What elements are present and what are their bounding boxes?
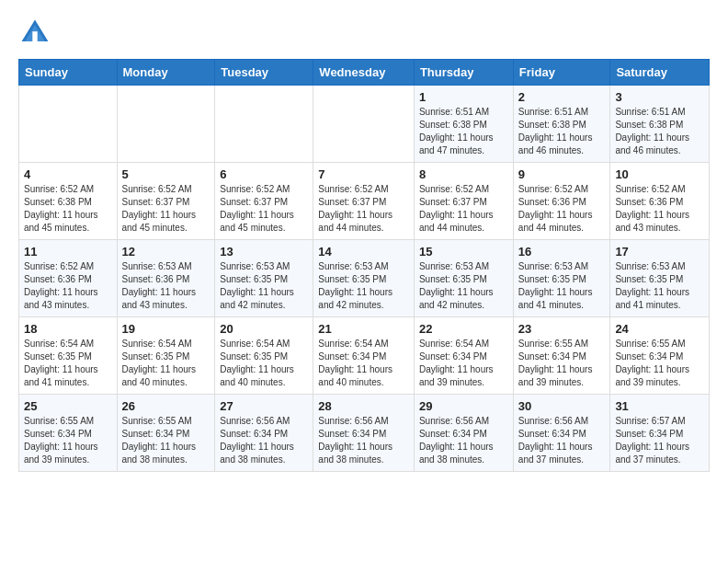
day-info: Sunrise: 6:55 AM Sunset: 6:34 PM Dayligh…	[518, 338, 606, 389]
day-info: Sunrise: 6:54 AM Sunset: 6:35 PM Dayligh…	[122, 338, 210, 389]
day-header-tuesday: Tuesday	[215, 60, 313, 86]
day-number: 28	[318, 399, 409, 413]
day-number: 25	[24, 399, 112, 413]
day-cell-29: 29Sunrise: 6:56 AM Sunset: 6:34 PM Dayli…	[414, 395, 513, 472]
day-info: Sunrise: 6:56 AM Sunset: 6:34 PM Dayligh…	[419, 415, 508, 466]
day-cell-19: 19Sunrise: 6:54 AM Sunset: 6:35 PM Dayli…	[117, 317, 215, 395]
day-number: 7	[318, 167, 409, 181]
day-header-monday: Monday	[117, 60, 215, 86]
day-cell-31: 31Sunrise: 6:57 AM Sunset: 6:34 PM Dayli…	[610, 395, 710, 472]
calendar-week-5: 25Sunrise: 6:55 AM Sunset: 6:34 PM Dayli…	[19, 395, 710, 472]
day-cell-26: 26Sunrise: 6:55 AM Sunset: 6:34 PM Dayli…	[117, 395, 215, 472]
day-info: Sunrise: 6:54 AM Sunset: 6:35 PM Dayligh…	[24, 338, 112, 389]
calendar-header-row: SundayMondayTuesdayWednesdayThursdayFrid…	[19, 60, 710, 86]
day-number: 2	[518, 90, 606, 104]
day-info: Sunrise: 6:52 AM Sunset: 6:37 PM Dayligh…	[419, 183, 508, 235]
day-number: 1	[419, 90, 508, 104]
day-cell-14: 14Sunrise: 6:53 AM Sunset: 6:35 PM Dayli…	[313, 240, 415, 317]
day-info: Sunrise: 6:55 AM Sunset: 6:34 PM Dayligh…	[24, 415, 112, 466]
day-cell-1: 1Sunrise: 6:51 AM Sunset: 6:38 PM Daylig…	[414, 86, 513, 163]
calendar-week-4: 18Sunrise: 6:54 AM Sunset: 6:35 PM Dayli…	[19, 317, 710, 395]
day-number: 15	[419, 245, 508, 259]
day-cell-13: 13Sunrise: 6:53 AM Sunset: 6:35 PM Dayli…	[215, 240, 313, 317]
day-info: Sunrise: 6:55 AM Sunset: 6:34 PM Dayligh…	[122, 415, 210, 466]
day-cell-28: 28Sunrise: 6:56 AM Sunset: 6:34 PM Dayli…	[313, 395, 415, 472]
day-number: 19	[122, 322, 210, 336]
day-number: 4	[24, 167, 112, 181]
day-cell-8: 8Sunrise: 6:52 AM Sunset: 6:37 PM Daylig…	[414, 163, 513, 240]
day-number: 24	[615, 322, 704, 336]
day-cell-30: 30Sunrise: 6:56 AM Sunset: 6:34 PM Dayli…	[513, 395, 610, 472]
day-number: 14	[318, 245, 409, 259]
day-info: Sunrise: 6:52 AM Sunset: 6:36 PM Dayligh…	[518, 183, 606, 235]
day-cell-18: 18Sunrise: 6:54 AM Sunset: 6:35 PM Dayli…	[19, 317, 118, 395]
day-number: 17	[615, 245, 704, 259]
day-number: 6	[220, 167, 308, 181]
logo-icon	[18, 17, 51, 50]
svg-rect-2	[32, 31, 37, 41]
day-cell-7: 7Sunrise: 6:52 AM Sunset: 6:37 PM Daylig…	[313, 163, 415, 240]
day-number: 27	[220, 399, 308, 413]
day-info: Sunrise: 6:51 AM Sunset: 6:38 PM Dayligh…	[615, 106, 704, 157]
day-info: Sunrise: 6:53 AM Sunset: 6:35 PM Dayligh…	[318, 260, 409, 312]
day-number: 5	[122, 167, 210, 181]
day-number: 21	[318, 322, 409, 336]
day-number: 12	[122, 245, 210, 259]
day-info: Sunrise: 6:51 AM Sunset: 6:38 PM Dayligh…	[419, 106, 508, 157]
empty-cell	[215, 86, 313, 163]
day-number: 22	[419, 322, 508, 336]
day-cell-21: 21Sunrise: 6:54 AM Sunset: 6:34 PM Dayli…	[313, 317, 415, 395]
day-info: Sunrise: 6:55 AM Sunset: 6:34 PM Dayligh…	[615, 338, 704, 389]
day-cell-12: 12Sunrise: 6:53 AM Sunset: 6:36 PM Dayli…	[117, 240, 215, 317]
day-info: Sunrise: 6:52 AM Sunset: 6:38 PM Dayligh…	[24, 183, 112, 235]
day-number: 3	[615, 90, 704, 104]
calendar-week-2: 4Sunrise: 6:52 AM Sunset: 6:38 PM Daylig…	[19, 163, 710, 240]
day-info: Sunrise: 6:56 AM Sunset: 6:34 PM Dayligh…	[220, 415, 308, 466]
day-info: Sunrise: 6:52 AM Sunset: 6:36 PM Dayligh…	[24, 260, 112, 312]
day-number: 16	[518, 245, 606, 259]
day-number: 31	[615, 399, 704, 413]
day-cell-4: 4Sunrise: 6:52 AM Sunset: 6:38 PM Daylig…	[19, 163, 118, 240]
header	[18, 17, 710, 50]
day-cell-15: 15Sunrise: 6:53 AM Sunset: 6:35 PM Dayli…	[414, 240, 513, 317]
calendar-week-3: 11Sunrise: 6:52 AM Sunset: 6:36 PM Dayli…	[19, 240, 710, 317]
day-info: Sunrise: 6:52 AM Sunset: 6:37 PM Dayligh…	[220, 183, 308, 235]
day-info: Sunrise: 6:52 AM Sunset: 6:36 PM Dayligh…	[615, 183, 704, 235]
day-info: Sunrise: 6:54 AM Sunset: 6:34 PM Dayligh…	[318, 338, 409, 389]
day-number: 20	[220, 322, 308, 336]
logo	[18, 17, 57, 50]
day-cell-16: 16Sunrise: 6:53 AM Sunset: 6:35 PM Dayli…	[513, 240, 610, 317]
day-info: Sunrise: 6:53 AM Sunset: 6:36 PM Dayligh…	[122, 260, 210, 312]
day-cell-25: 25Sunrise: 6:55 AM Sunset: 6:34 PM Dayli…	[19, 395, 118, 472]
day-cell-24: 24Sunrise: 6:55 AM Sunset: 6:34 PM Dayli…	[610, 317, 710, 395]
day-number: 10	[615, 167, 704, 181]
day-info: Sunrise: 6:51 AM Sunset: 6:38 PM Dayligh…	[518, 106, 606, 157]
day-header-friday: Friday	[513, 60, 610, 86]
calendar-week-1: 1Sunrise: 6:51 AM Sunset: 6:38 PM Daylig…	[19, 86, 710, 163]
day-number: 11	[24, 245, 112, 259]
day-cell-9: 9Sunrise: 6:52 AM Sunset: 6:36 PM Daylig…	[513, 163, 610, 240]
day-info: Sunrise: 6:53 AM Sunset: 6:35 PM Dayligh…	[615, 260, 704, 312]
day-info: Sunrise: 6:54 AM Sunset: 6:34 PM Dayligh…	[419, 338, 508, 389]
day-info: Sunrise: 6:56 AM Sunset: 6:34 PM Dayligh…	[318, 415, 409, 466]
day-header-thursday: Thursday	[414, 60, 513, 86]
day-number: 18	[24, 322, 112, 336]
page: SundayMondayTuesdayWednesdayThursdayFrid…	[0, 0, 728, 488]
empty-cell	[19, 86, 118, 163]
day-number: 23	[518, 322, 606, 336]
day-cell-10: 10Sunrise: 6:52 AM Sunset: 6:36 PM Dayli…	[610, 163, 710, 240]
day-info: Sunrise: 6:57 AM Sunset: 6:34 PM Dayligh…	[615, 415, 704, 466]
day-info: Sunrise: 6:53 AM Sunset: 6:35 PM Dayligh…	[518, 260, 606, 312]
day-number: 29	[419, 399, 508, 413]
day-header-saturday: Saturday	[610, 60, 710, 86]
day-cell-27: 27Sunrise: 6:56 AM Sunset: 6:34 PM Dayli…	[215, 395, 313, 472]
empty-cell	[313, 86, 415, 163]
day-cell-5: 5Sunrise: 6:52 AM Sunset: 6:37 PM Daylig…	[117, 163, 215, 240]
day-info: Sunrise: 6:53 AM Sunset: 6:35 PM Dayligh…	[419, 260, 508, 312]
day-number: 30	[518, 399, 606, 413]
day-info: Sunrise: 6:52 AM Sunset: 6:37 PM Dayligh…	[318, 183, 409, 235]
day-cell-6: 6Sunrise: 6:52 AM Sunset: 6:37 PM Daylig…	[215, 163, 313, 240]
day-info: Sunrise: 6:53 AM Sunset: 6:35 PM Dayligh…	[220, 260, 308, 312]
empty-cell	[117, 86, 215, 163]
day-cell-17: 17Sunrise: 6:53 AM Sunset: 6:35 PM Dayli…	[610, 240, 710, 317]
